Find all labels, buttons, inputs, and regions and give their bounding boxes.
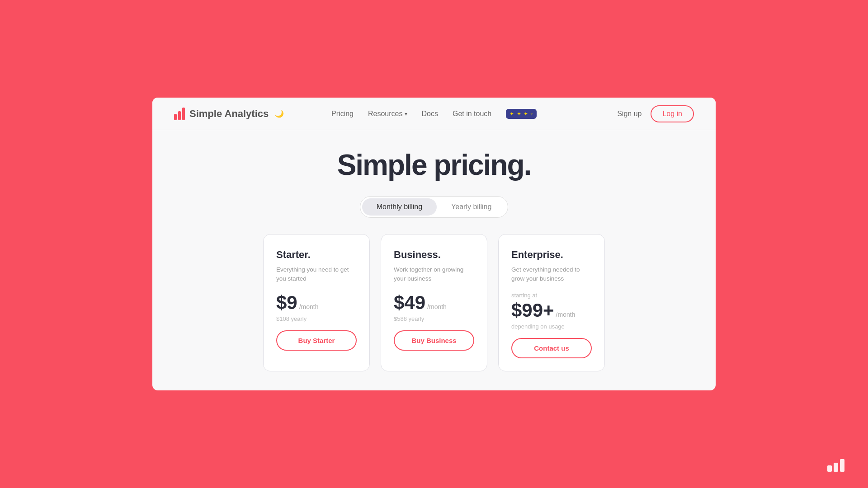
- eu-badge[interactable]: ✦ ✦ ✦ ▾: [506, 109, 537, 119]
- logo-area: Simple Analytics 🌙: [174, 108, 331, 120]
- logo-text: Simple Analytics: [189, 108, 269, 120]
- starter-yearly: $108 yearly: [276, 315, 357, 322]
- bottom-chart-icon: [827, 459, 844, 472]
- starter-price-row: $9 /month: [276, 292, 357, 314]
- pricing-cards: Starter. Everything you need to get you …: [174, 234, 694, 371]
- navbar: Simple Analytics 🌙 Pricing Resources ▾ D…: [152, 98, 716, 130]
- nav-docs[interactable]: Docs: [422, 110, 438, 118]
- starter-period: /month: [299, 303, 319, 310]
- enterprise-desc: Get everything needed to grow your busin…: [511, 265, 592, 284]
- nav-resources[interactable]: Resources ▾: [368, 110, 407, 118]
- logo-bar-1: [174, 114, 177, 120]
- eu-chevron: ▾: [530, 111, 533, 117]
- business-desc: Work together on growing your business: [394, 265, 474, 284]
- nav-get-in-touch[interactable]: Get in touch: [453, 110, 491, 118]
- starter-card: Starter. Everything you need to get you …: [263, 234, 370, 371]
- business-price: $49: [394, 292, 425, 314]
- bottom-bar-3: [840, 459, 844, 472]
- main-window: Simple Analytics 🌙 Pricing Resources ▾ D…: [152, 98, 716, 390]
- nav-pricing[interactable]: Pricing: [331, 110, 354, 118]
- monthly-billing-button[interactable]: Monthly billing: [362, 198, 437, 216]
- business-yearly: $588 yearly: [394, 315, 474, 322]
- page-content: Simple pricing. Monthly billing Yearly b…: [152, 130, 716, 390]
- buy-business-button[interactable]: Buy Business: [394, 330, 474, 351]
- business-period: /month: [427, 303, 447, 310]
- logo-bar-3: [182, 108, 185, 120]
- logo-bar-2: [178, 111, 181, 120]
- nav-actions: Sign up Log in: [537, 105, 694, 122]
- starter-title: Starter.: [276, 249, 357, 261]
- enterprise-depending: depending on usage: [511, 323, 592, 330]
- business-card: Business. Work together on growing your …: [381, 234, 487, 371]
- page-title: Simple pricing.: [337, 148, 531, 182]
- resources-chevron: ▾: [405, 111, 407, 117]
- enterprise-period: /month: [556, 311, 576, 318]
- business-price-row: $49 /month: [394, 292, 474, 314]
- sign-up-link[interactable]: Sign up: [617, 110, 642, 118]
- starter-desc: Everything you need to get you started: [276, 265, 357, 284]
- enterprise-card: Enterprise. Get everything needed to gro…: [498, 234, 605, 371]
- business-title: Business.: [394, 249, 474, 261]
- login-button[interactable]: Log in: [651, 105, 694, 122]
- buy-starter-button[interactable]: Buy Starter: [276, 330, 357, 351]
- contact-us-button[interactable]: Contact us: [511, 338, 592, 358]
- nav-links: Pricing Resources ▾ Docs Get in touch ✦ …: [331, 109, 537, 119]
- yearly-billing-button[interactable]: Yearly billing: [437, 198, 506, 216]
- billing-toggle: Monthly billing Yearly billing: [360, 196, 509, 218]
- eu-stars-icon: ✦ ✦ ✦: [509, 111, 528, 117]
- enterprise-title: Enterprise.: [511, 249, 592, 261]
- moon-icon: 🌙: [275, 109, 284, 118]
- enterprise-starting-at: starting at: [511, 292, 592, 299]
- enterprise-price: $99+: [511, 300, 554, 321]
- bottom-bar-1: [827, 465, 832, 472]
- logo-icon: [174, 108, 185, 120]
- starter-price: $9: [276, 292, 297, 314]
- enterprise-price-row: $99+ /month: [511, 300, 592, 321]
- bottom-bar-2: [834, 463, 838, 472]
